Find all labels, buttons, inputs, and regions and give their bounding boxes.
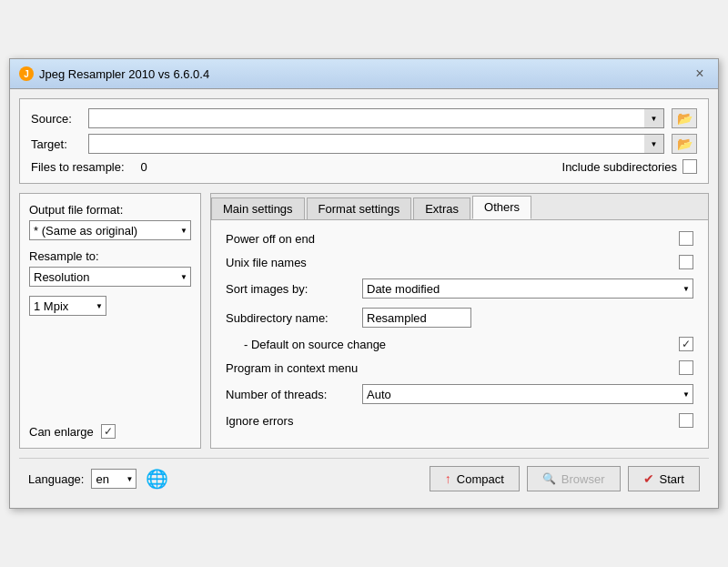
others-tab-content: Power off on end Unix file names Sort im… <box>211 220 708 448</box>
subdir-name-row: Subdirectory name: <box>226 308 693 328</box>
browser-button[interactable]: 🔍 Browser <box>527 466 621 491</box>
target-combo-wrapper: ▼ <box>88 134 664 154</box>
target-folder-button[interactable]: 📂 <box>672 134 697 154</box>
main-window: J Jpeg Resampler 2010 vs 6.6.0.4 × Sourc… <box>9 58 719 509</box>
unix-names-row: Unix file names <box>226 255 693 269</box>
ignore-errors-label: Ignore errors <box>226 414 679 428</box>
app-icon: J <box>19 66 34 81</box>
source-dropdown-arrow[interactable]: ▼ <box>644 108 664 128</box>
browser-icon: 🔍 <box>542 472 556 485</box>
subdir-name-input[interactable] <box>362 308 471 328</box>
panels-row: Output file format: * (Same as original)… <box>19 193 709 449</box>
left-panel: Output file format: * (Same as original)… <box>19 193 201 449</box>
tabs-bar: Main settings Format settings Extras Oth… <box>211 194 708 220</box>
sort-by-wrapper: Date modified <box>362 278 693 299</box>
start-label: Start <box>660 472 684 486</box>
context-menu-row: Program in context menu <box>226 360 693 375</box>
right-panel: Main settings Format settings Extras Oth… <box>210 193 709 449</box>
tab-others[interactable]: Others <box>472 196 531 219</box>
footer: Language: en 🌐 ↑ Compact 🔍 Browser ✔ Sta… <box>19 458 709 499</box>
power-off-row: Power off on end <box>226 231 693 246</box>
unix-names-label: Unix file names <box>226 256 679 269</box>
ignore-errors-row: Ignore errors <box>226 413 693 428</box>
default-change-checkbox[interactable] <box>679 337 693 351</box>
sort-by-label: Sort images by: <box>226 282 362 296</box>
target-label: Target: <box>31 137 81 151</box>
mpix-section: 1 Mpix <box>29 296 191 316</box>
include-sub-label: Include subdirectories <box>562 160 677 174</box>
output-format-wrapper: * (Same as original) <box>29 220 191 240</box>
browser-label: Browser <box>561 472 605 486</box>
start-icon: ✔ <box>643 471 654 486</box>
compact-icon: ↑ <box>445 471 451 486</box>
files-label: Files to resample: <box>31 160 125 174</box>
context-menu-checkbox[interactable] <box>679 360 693 375</box>
title-bar: J Jpeg Resampler 2010 vs 6.6.0.4 × <box>10 59 718 89</box>
power-off-checkbox[interactable] <box>679 231 693 246</box>
source-label: Source: <box>31 112 81 126</box>
threads-select[interactable]: Auto <box>362 384 693 404</box>
default-change-label: - Default on source change <box>226 338 679 351</box>
subdir-name-label: Subdirectory name: <box>226 311 362 325</box>
target-row: Target: ▼ 📂 <box>31 134 697 154</box>
files-count: 0 <box>141 160 147 174</box>
target-dropdown-arrow[interactable]: ▼ <box>644 134 664 154</box>
tab-extras[interactable]: Extras <box>413 197 470 219</box>
include-subdirectories-row: Include subdirectories <box>562 159 697 174</box>
sort-by-row: Sort images by: Date modified <box>226 278 693 299</box>
resample-to-select[interactable]: Resolution <box>29 267 191 287</box>
default-change-row: - Default on source change <box>226 337 693 351</box>
source-target-section: Source: ▼ 📂 Target: ▼ 📂 Files to resampl… <box>19 98 709 184</box>
mpix-select[interactable]: 1 Mpix <box>29 296 106 316</box>
resample-to-label: Resample to: <box>29 249 191 263</box>
language-select[interactable]: en <box>91 469 136 489</box>
language-select-wrapper: en <box>91 469 136 489</box>
can-enlarge-checkbox[interactable] <box>101 424 116 439</box>
threads-row: Number of threads: Auto <box>226 384 693 404</box>
globe-button[interactable]: 🌐 <box>144 466 169 491</box>
output-format-select[interactable]: * (Same as original) <box>29 220 191 240</box>
target-input[interactable] <box>88 134 664 154</box>
source-input[interactable] <box>88 108 664 128</box>
main-content: Source: ▼ 📂 Target: ▼ 📂 Files to resampl… <box>10 89 718 508</box>
files-row: Files to resample: 0 Include subdirector… <box>31 159 697 174</box>
source-row: Source: ▼ 📂 <box>31 108 697 128</box>
language-label: Language: <box>28 472 84 486</box>
output-format-label: Output file format: <box>29 203 191 217</box>
sort-by-select[interactable]: Date modified <box>362 278 693 299</box>
can-enlarge-label: Can enlarge <box>29 425 94 439</box>
tab-format-settings[interactable]: Format settings <box>307 197 412 219</box>
ignore-errors-checkbox[interactable] <box>679 413 693 428</box>
start-button[interactable]: ✔ Start <box>628 466 700 491</box>
context-menu-label: Program in context menu <box>226 361 679 375</box>
unix-names-checkbox[interactable] <box>679 255 693 269</box>
resample-to-wrapper: Resolution <box>29 267 191 287</box>
compact-label: Compact <box>457 472 504 486</box>
source-combo-wrapper: ▼ <box>88 108 664 128</box>
close-button[interactable]: × <box>691 65 709 83</box>
power-off-label: Power off on end <box>226 232 679 246</box>
include-sub-checkbox[interactable] <box>682 159 697 174</box>
threads-wrapper: Auto <box>362 384 693 404</box>
mpix-wrapper: 1 Mpix <box>29 296 106 316</box>
resample-to-section: Resample to: Resolution <box>29 249 191 287</box>
source-folder-button[interactable]: 📂 <box>672 108 697 128</box>
window-title: Jpeg Resampler 2010 vs 6.6.0.4 <box>39 67 209 81</box>
threads-label: Number of threads: <box>226 388 362 401</box>
can-enlarge-row: Can enlarge <box>29 424 191 439</box>
tab-main-settings[interactable]: Main settings <box>211 197 305 219</box>
output-format-section: Output file format: * (Same as original) <box>29 203 191 240</box>
compact-button[interactable]: ↑ Compact <box>430 466 520 491</box>
